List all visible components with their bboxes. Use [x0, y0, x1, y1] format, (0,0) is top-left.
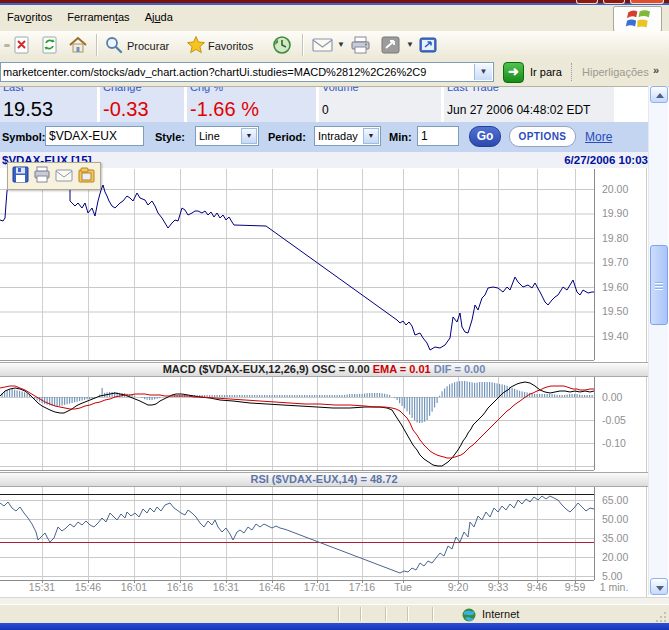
menu-item-ferramentas[interactable]: Ferramentas — [60, 5, 137, 23]
links-chevron-icon[interactable]: » — [653, 64, 659, 76]
x-tick: 16:31 — [213, 581, 239, 593]
quote-value: -1.66 % — [187, 98, 316, 121]
print-image-icon[interactable] — [35, 167, 49, 182]
x-tick: 16:16 — [167, 581, 193, 593]
status-zone-label: Internet — [482, 608, 519, 620]
mail-dropdown-icon[interactable]: ▼ — [337, 40, 345, 49]
symbol-label: Symbol: — [2, 131, 45, 143]
x-tick: 9:33 — [488, 581, 509, 593]
address-dropdown-icon[interactable]: ▼ — [474, 64, 492, 80]
x-tick: 17:01 — [304, 581, 330, 593]
toolbar-separator — [96, 34, 98, 56]
macd-y-tick: -0.05 — [602, 414, 626, 426]
vertical-scrollbar[interactable] — [648, 86, 668, 595]
toolbar: Procurar Favoritos ▼ ▼ — [0, 31, 669, 60]
price-y-tick: 19.70 — [602, 256, 628, 268]
resize-icon[interactable] — [380, 35, 400, 55]
x-tick: 15:46 — [75, 581, 101, 593]
macd-panel-header: MACD ($VDAX-EUX,12,26,9) OSC = 0.00 EMA … — [0, 362, 648, 377]
min-input[interactable]: 1 — [417, 126, 459, 146]
links-label[interactable]: Hiperligações — [582, 66, 649, 78]
style-select[interactable]: Line▼ — [195, 126, 259, 146]
chevron-down-icon[interactable]: ▼ — [363, 128, 379, 144]
email-image-icon[interactable] — [56, 170, 72, 181]
rsi-y-tick: 20.00 — [602, 551, 628, 563]
maximize-button[interactable] — [603, 0, 625, 4]
price-y-tick: 19.40 — [602, 330, 628, 342]
more-link[interactable]: More — [585, 130, 612, 144]
x-tick: 1 min. — [600, 581, 629, 593]
quote-cell-volume: Volume0 — [319, 86, 441, 122]
rsi-y-tick: 35.00 — [602, 532, 628, 544]
x-tick: 17:16 — [349, 581, 375, 593]
x-tick: 9:20 — [448, 581, 469, 593]
price-y-tick: 19.90 — [602, 207, 628, 219]
windows-logo — [613, 6, 662, 32]
search-button[interactable]: Procurar — [127, 40, 169, 52]
browser-window: 20.0019.9019.8019.7019.6019.5019.400.00-… — [0, 0, 669, 630]
print-icon[interactable] — [350, 35, 370, 55]
chart-datetime: 6/27/2006 10:03 — [564, 154, 648, 166]
quote-value: Jun 27 2006 04:48:02 EDT — [444, 103, 614, 117]
scroll-up-button[interactable] — [650, 86, 668, 103]
links-separator[interactable] — [571, 63, 575, 81]
favorites-icon[interactable] — [186, 35, 206, 55]
rsi-y-tick: 5.00 — [602, 570, 623, 582]
x-tick: Tue — [394, 581, 412, 593]
period-select[interactable]: Intraday▼ — [314, 126, 381, 146]
price-y-tick: 19.50 — [602, 305, 628, 317]
rsi-y-tick: 50.00 — [602, 513, 628, 525]
refresh-button[interactable] — [40, 35, 60, 55]
quote-cell-chg-: Chg %-1.66 % — [187, 86, 316, 122]
quote-value: 0 — [319, 103, 441, 117]
price-y-tick: 20.00 — [602, 183, 628, 195]
x-tick: 15:31 — [29, 581, 55, 593]
go-button[interactable]: Ir para — [530, 66, 562, 78]
image-toolbar — [7, 162, 101, 190]
menu-item-ajuda[interactable]: Ajuda — [138, 5, 181, 23]
favorites-button[interactable]: Favoritos — [208, 40, 253, 52]
macd-y-tick: -0.10 — [602, 437, 626, 449]
period-label: Period: — [268, 131, 306, 143]
quote-cell-change: Change-0.33 — [100, 86, 184, 122]
scrollbar-thumb[interactable] — [650, 245, 668, 325]
close-button[interactable] — [630, 0, 664, 4]
x-tick: 16:46 — [259, 581, 285, 593]
options-button[interactable]: OPTIONS — [509, 126, 576, 147]
symbol-form: Symbol: $VDAX-EUX Style: Line▼ Period: I… — [0, 122, 648, 152]
price-y-tick: 19.80 — [602, 232, 628, 244]
external-icon[interactable] — [418, 35, 438, 55]
internet-zone-icon — [462, 608, 476, 622]
rsi-y-tick: 65.00 — [602, 494, 628, 506]
quote-column-label: Chg % — [187, 86, 316, 93]
x-tick: 16:01 — [121, 581, 147, 593]
quote-column-label: Change — [100, 86, 184, 93]
resize-dropdown-icon[interactable]: ▼ — [406, 40, 414, 49]
search-icon[interactable] — [104, 35, 124, 55]
mail-icon[interactable] — [312, 35, 332, 55]
rsi-panel-header: RSI ($VDAX-EUX,14) = 48.72 — [0, 472, 648, 487]
macd-y-tick: 0.00 — [602, 391, 623, 403]
x-tick: 9:59 — [565, 581, 586, 593]
menu-bar: FavoritosFerramentasAjuda — [0, 5, 669, 31]
symbol-input[interactable]: $VDAX-EUX — [45, 126, 144, 146]
scroll-down-button[interactable] — [650, 578, 668, 595]
resize-grip — [655, 611, 667, 623]
save-image-icon[interactable] — [13, 167, 28, 182]
home-button[interactable] — [68, 35, 88, 55]
quote-cell-last-trade: Last TradeJun 27 2006 04:48:02 EDT — [444, 86, 614, 122]
go-chart-button[interactable]: Go — [469, 126, 501, 147]
quote-value: 19.53 — [0, 98, 97, 121]
back-button[interactable] — [0, 35, 12, 55]
chevron-down-icon[interactable]: ▼ — [241, 128, 257, 144]
style-label: Style: — [155, 131, 185, 143]
toolbar-separator — [302, 34, 304, 56]
go-icon[interactable]: ➜ — [503, 62, 524, 83]
history-icon[interactable] — [272, 35, 292, 55]
stop-button[interactable] — [12, 35, 32, 55]
address-input[interactable]: marketcenter.com/stocks/adv_chart.action… — [0, 62, 494, 82]
min-label: Min: — [389, 131, 412, 143]
my-pictures-folder-icon[interactable] — [79, 168, 94, 182]
menu-item-favoritos[interactable]: Favoritos — [0, 5, 60, 23]
minimize-button[interactable] — [576, 0, 598, 4]
